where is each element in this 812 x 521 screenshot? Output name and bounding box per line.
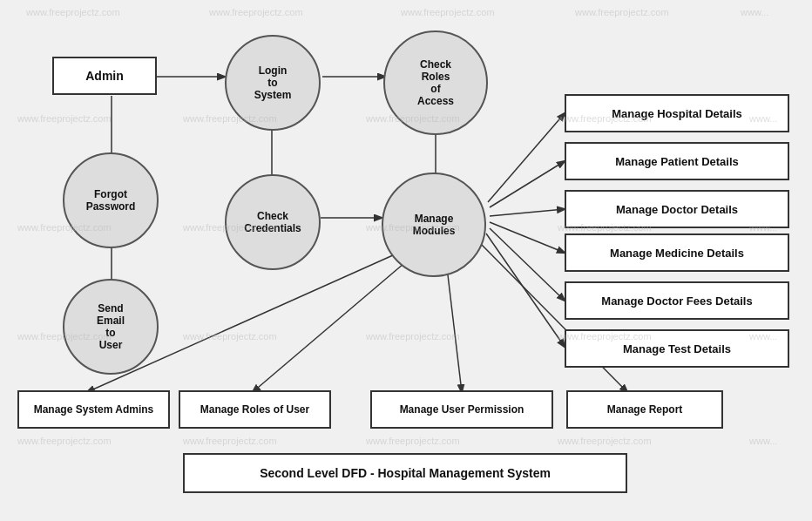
login-circle: Login to System <box>225 35 321 131</box>
manage-modules-circle: Manage Modules <box>382 173 486 277</box>
hospital-details-box: Manage Hospital Details <box>565 94 789 132</box>
svg-line-7 <box>488 113 565 202</box>
send-email-circle: Send Email to User <box>63 279 159 375</box>
system-admins-box: Manage System Admins <box>17 390 170 429</box>
diagram-title: Second Level DFD - Hospital Management S… <box>183 453 627 493</box>
svg-line-9 <box>490 209 565 216</box>
test-details-box: Manage Test Details <box>565 329 789 368</box>
roles-of-user-box: Manage Roles of User <box>179 390 331 429</box>
manage-report-box: Manage Report <box>566 390 723 429</box>
svg-line-10 <box>490 222 565 253</box>
check-roles-circle: Check Roles of Access <box>383 30 488 135</box>
patient-details-box: Manage Patient Details <box>565 142 789 180</box>
doctor-fees-details-box: Manage Doctor Fees Details <box>565 281 789 320</box>
forgot-password-circle: Forgot Password <box>63 152 159 248</box>
medicine-details-box: Manage Medicine Details <box>565 233 789 272</box>
check-credentials-circle: Check Credentials <box>225 174 321 270</box>
admin-box: Admin <box>52 57 157 95</box>
diagram-container: Admin Login to System Check Roles of Acc… <box>0 0 812 521</box>
doctor-details-box: Manage Doctor Details <box>565 190 789 228</box>
user-permission-box: Manage User Permission <box>370 390 553 429</box>
svg-line-8 <box>490 161 565 207</box>
